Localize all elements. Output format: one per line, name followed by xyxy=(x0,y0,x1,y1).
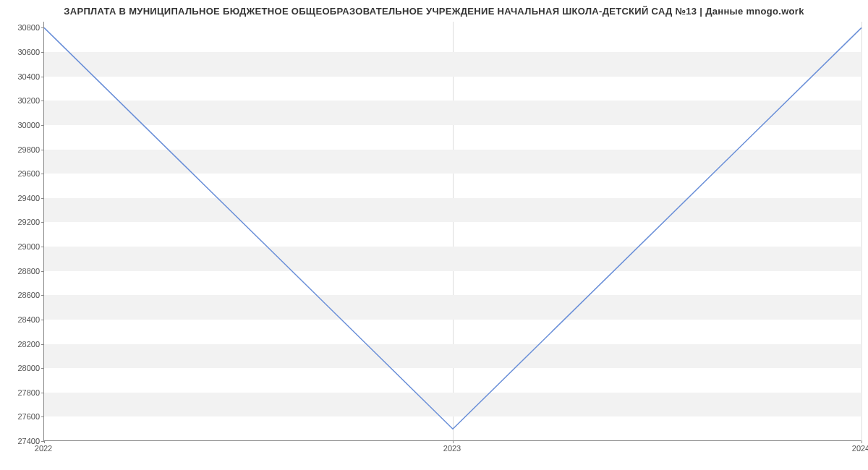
y-tick-mark xyxy=(41,27,44,28)
y-tick-label: 28400 xyxy=(4,315,40,324)
y-tick-mark xyxy=(41,344,44,345)
y-tick-label: 28600 xyxy=(4,291,40,299)
y-tick-mark xyxy=(41,77,44,77)
y-tick-label: 28800 xyxy=(4,267,40,275)
y-tick-label: 27600 xyxy=(4,412,40,421)
y-tick-mark xyxy=(41,247,44,247)
y-tick-label: 28000 xyxy=(4,364,40,372)
y-tick-mark xyxy=(41,222,44,223)
y-tick-mark xyxy=(41,52,44,53)
y-tick-mark xyxy=(41,198,44,199)
y-tick-label: 30000 xyxy=(4,121,40,129)
y-tick-label: 30600 xyxy=(4,48,40,56)
y-tick-label: 29000 xyxy=(4,242,40,251)
y-tick-label: 30800 xyxy=(4,23,40,32)
y-tick-label: 29200 xyxy=(4,218,40,226)
y-tick-mark xyxy=(41,271,44,272)
x-grid-line xyxy=(861,22,862,440)
y-tick-mark xyxy=(41,101,44,101)
x-tick-mark xyxy=(453,440,454,443)
y-tick-label: 29400 xyxy=(4,194,40,202)
y-tick-mark xyxy=(41,125,44,126)
x-tick-label: 2022 xyxy=(35,444,52,453)
y-tick-mark xyxy=(41,150,44,150)
y-tick-mark xyxy=(41,295,44,296)
x-tick-label: 2024 xyxy=(852,444,868,453)
y-tick-label: 29800 xyxy=(4,145,40,154)
y-tick-label: 30400 xyxy=(4,72,40,81)
y-tick-mark xyxy=(41,368,44,369)
chart-container: ЗАРПЛАТА В МУНИЦИПАЛЬНОЕ БЮДЖЕТНОЕ ОБЩЕО… xyxy=(0,0,868,470)
x-tick-label: 2023 xyxy=(443,444,461,453)
y-tick-label: 28200 xyxy=(4,340,40,349)
y-tick-label: 27800 xyxy=(4,388,40,397)
series-line xyxy=(44,27,861,429)
y-tick-label: 29600 xyxy=(4,169,40,178)
x-tick-mark xyxy=(44,440,45,443)
x-tick-mark xyxy=(861,440,862,443)
line-series-layer xyxy=(44,22,861,440)
y-tick-mark xyxy=(41,320,44,320)
plot-area xyxy=(43,22,861,441)
y-tick-label: 30200 xyxy=(4,96,40,105)
chart-title: ЗАРПЛАТА В МУНИЦИПАЛЬНОЕ БЮДЖЕТНОЕ ОБЩЕО… xyxy=(0,0,868,17)
y-tick-mark xyxy=(41,174,44,174)
y-tick-mark xyxy=(41,393,44,393)
y-tick-mark xyxy=(41,416,44,417)
